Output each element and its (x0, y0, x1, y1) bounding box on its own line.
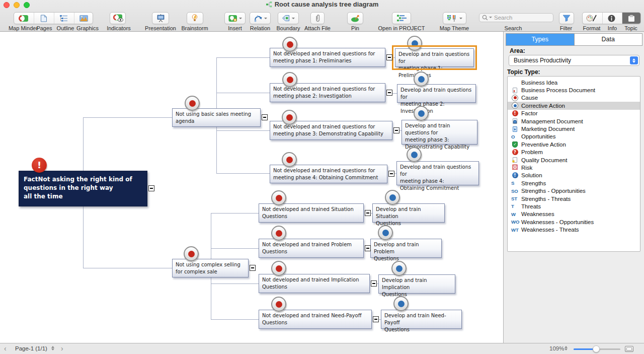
chevron-down-icon (264, 18, 267, 21)
page-stepper[interactable] (51, 346, 54, 350)
topic-type-label-text: Problem (521, 149, 543, 155)
collapse-button[interactable] (148, 185, 154, 191)
collapse-button[interactable] (365, 210, 371, 216)
app-window: Root cause analysis tree diagram (0, 0, 644, 354)
topic-type-business-idea[interactable]: Business Idea (508, 79, 640, 86)
window-title: Root cause analysis tree diagram (0, 1, 644, 8)
collapse-button[interactable] (393, 127, 399, 133)
brainstorm-button[interactable] (187, 12, 203, 24)
map-minder-button[interactable] (14, 13, 32, 24)
topic-type-label-text: Weaknesses (521, 211, 554, 217)
indicators-button[interactable] (110, 12, 126, 24)
pages-icon (40, 15, 47, 22)
graphics-label: Graphics (76, 25, 99, 31)
area-select[interactable]: Business Productivity (509, 55, 639, 66)
pages-button[interactable] (34, 13, 52, 24)
outline-button[interactable] (54, 13, 72, 24)
topic-type-strengths-threats[interactable]: STStrengths - Threats (508, 195, 640, 202)
search-field[interactable] (479, 13, 553, 22)
topic-type-label-text: Corrective Action (521, 103, 565, 109)
collapse-button[interactable] (386, 90, 392, 96)
topic-type-problem[interactable]: ?Problem (508, 149, 640, 156)
topic-type-preventive-action[interactable]: ✓Preventive Action (508, 140, 640, 148)
collapse-button[interactable] (371, 280, 377, 287)
connector-line (216, 173, 270, 174)
strengths-threats-icon: ST (511, 195, 519, 202)
node-fact[interactable]: FactNot asking the right kind of questio… (19, 171, 147, 206)
node-sqa[interactable]: Develop and train Situation Questions (372, 203, 445, 223)
corrective-badge-icon (385, 190, 400, 205)
collapse-button[interactable] (386, 54, 392, 60)
node-p3a[interactable]: Develop and train questions for meeting … (401, 120, 477, 145)
collapse-button[interactable] (250, 265, 256, 271)
topic-type-weaknesses[interactable]: WWeaknesses (508, 210, 640, 218)
format-button[interactable] (583, 13, 601, 24)
search-input[interactable] (493, 14, 545, 21)
tab-types[interactable]: Types (506, 34, 574, 45)
node-p2a[interactable]: Develop and train questions for meeting … (397, 84, 476, 103)
cause-badge-icon (271, 297, 286, 312)
collapse-button[interactable] (388, 171, 394, 177)
node-p4a[interactable]: Develop and train questions for meeting … (396, 161, 479, 185)
topic-label: Topic (624, 25, 637, 31)
info-button[interactable] (602, 13, 621, 24)
node-complex[interactable]: Not using complex selling for complex sa… (172, 259, 249, 277)
insert-button[interactable] (224, 12, 246, 24)
boundary-button[interactable] (278, 12, 299, 24)
filter-button[interactable] (559, 12, 574, 24)
topic-type-corrective-action[interactable]: Corrective Action (508, 102, 640, 109)
map-minder-label: Map Minder (9, 25, 38, 31)
node-nqc[interactable]: Not developed and trained Need-Payoff Qu… (259, 310, 372, 329)
prev-page-button[interactable]: ‹ (4, 344, 7, 352)
open-in-project-button[interactable] (392, 12, 411, 24)
zoom-slider[interactable] (574, 348, 620, 350)
relation-button[interactable] (250, 12, 271, 24)
zoom-slider-knob[interactable] (593, 345, 600, 352)
topic-clipboard-icon (627, 15, 635, 22)
node-iqa[interactable]: Develop and train Implication Questions (378, 274, 455, 294)
topic-type-cause[interactable]: Cause (508, 94, 640, 102)
slideshow-icon[interactable] (625, 346, 633, 352)
title-bar: Root cause analysis tree diagram (0, 0, 644, 9)
node-nqa[interactable]: Develop and train Need-Payoff Questions (381, 310, 462, 329)
attach-file-button[interactable] (310, 12, 325, 24)
graphics-button[interactable] (74, 13, 93, 24)
topic-type-threats[interactable]: TThreats (508, 202, 640, 210)
topic-type-business-process-document[interactable]: Business Process Document (508, 86, 640, 94)
node-p1a[interactable]: Develop and train questions for meeting … (395, 48, 474, 67)
map-theme-button[interactable] (443, 12, 466, 24)
topic-type-factor[interactable]: !Factor (508, 110, 640, 117)
collapse-button[interactable] (262, 114, 268, 120)
node-p4c[interactable]: Not developed and trained questions for … (270, 165, 387, 183)
node-sqc[interactable]: Not developed and trained Situation Ques… (259, 203, 364, 223)
zoom-stepper[interactable] (565, 346, 568, 350)
topic-type-risk[interactable]: ⚄Risk (508, 164, 640, 171)
connector-line (83, 117, 172, 118)
topic-type-solution[interactable]: !Solution (508, 172, 640, 179)
topic-type-strengths[interactable]: SStrengths (508, 179, 640, 187)
collapse-button[interactable] (365, 245, 371, 251)
pin-button[interactable] (347, 12, 363, 24)
topic-type-opportunities[interactable]: OOpportunities (508, 133, 640, 140)
connector-line (211, 248, 259, 249)
connector-line (392, 93, 397, 94)
cause-badge-icon (185, 96, 200, 111)
topic-type-quality-document[interactable]: Quality Document (508, 156, 640, 164)
node-iqc[interactable]: Not developed and trained Implication Qu… (259, 274, 370, 293)
topic-type-management-document[interactable]: Management Document (508, 117, 640, 125)
topic-type-strengths-opportunities[interactable]: SOStrengths - Opportunities (508, 187, 640, 194)
cause-badge-icon (271, 226, 286, 241)
topic-type-weaknesses-opportunities[interactable]: WOWeaknesses - Opportunities (508, 218, 640, 226)
topic-type-marketing-document[interactable]: Marketing Document (508, 125, 640, 132)
diagram-canvas[interactable]: FactNot asking the right kind of questio… (0, 32, 503, 343)
node-pqa[interactable]: Develop and train Problem Questions (370, 239, 442, 258)
topic-type-weaknesses-threats[interactable]: WTWeaknesses - Threats (508, 226, 640, 233)
connector-line (211, 284, 259, 284)
next-page-button[interactable]: › (61, 344, 63, 352)
tab-data[interactable]: Data (574, 34, 642, 45)
node-pqc[interactable]: Not developed and trained Problem Questi… (259, 239, 364, 258)
node-agenda[interactable]: Not using basic sales meeting agenda (172, 108, 261, 127)
topic-button[interactable] (622, 13, 640, 24)
collapse-button[interactable] (373, 316, 379, 322)
presentation-button[interactable] (152, 12, 169, 24)
